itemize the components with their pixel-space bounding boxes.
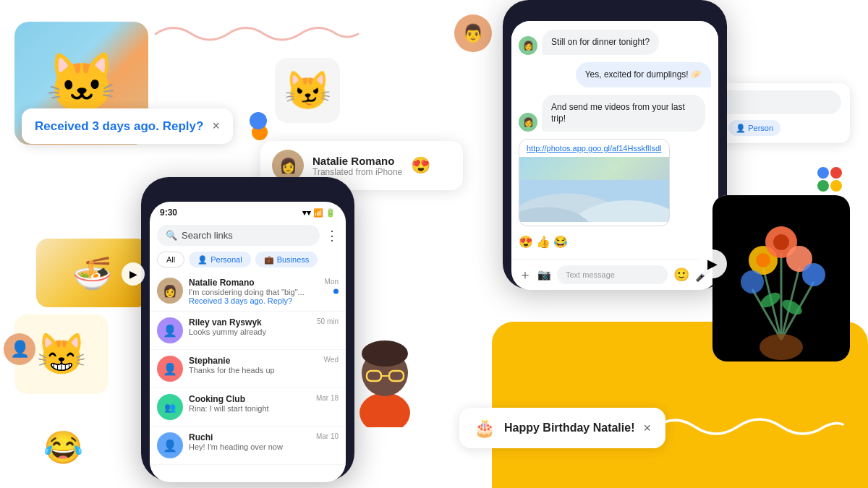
svg-point-15 [756,253,770,267]
briefcase-icon: 💼 [264,255,274,265]
laughing-emoji: 😂 [43,429,83,466]
contact-item-ruchi[interactable]: 👤 Ruchi Hey! I'm heading over now Mar 10 [150,427,346,465]
search-bar-text: Search links [182,230,233,241]
link-title: New video by Danielle Holmes [519,222,669,226]
contact-name-riley: Riley van Ryswyk [189,317,311,328]
svg-point-19 [802,263,825,286]
wifi-icon: ▾▾ [302,208,311,218]
top-squiggle [152,18,369,47]
center-phone-mockup: 9:30 ▾▾ 📶 🔋 🔍 Search links ⋮ All [141,177,354,481]
contact-info-cooking-club: Cooking Club Rina: I will start tonight [189,394,310,413]
contact-list: 👩 Natalie Romano I'm considering doing t… [150,272,346,482]
contact-item-cooking-club[interactable]: 👥 Cooking Club Rina: I will start tonigh… [150,388,346,427]
blue-circle-decoration [250,112,267,129]
contact-preview-riley: Looks yummy already [189,328,311,336]
svg-point-6 [817,180,829,192]
svg-point-17 [773,234,789,250]
filter-tabs: All 👤 Personal 💼 Business [150,249,346,272]
search-bar-container: 🔍 Search links ⋮ [150,221,346,249]
contact-time-cooking-club: Mar 18 [316,394,339,402]
contact-name-natalie: Natalie Romano [189,278,319,288]
msg-row-1: 👩 Still on for dinner tonight? [519,30,711,55]
status-time: 9:30 [160,207,177,218]
small-avatar-bottom-left: 👤 [4,333,35,365]
unread-dot-natalie [333,289,339,294]
contact-preview-natalie: I'm considering doing that "big"... [189,288,319,296]
contact-time-ruchi: Mar 10 [316,432,339,440]
google-logo [817,166,843,198]
msg-bubble-outgoing-1: Yes, excited for dumplings! 🥟 [576,62,711,87]
message-list: 👩 Still on for dinner tonight? Yes, exci… [511,21,718,259]
center-person-avatar [351,333,420,430]
more-options-icon[interactable]: ⋮ [326,228,339,244]
contact-item-stephanie[interactable]: 👤 Stephanie Thanks for the heads up Wed [150,350,346,388]
video-play-button[interactable]: ▶ [698,249,727,278]
msg-avatar-2: 👩 [519,113,537,132]
contact-avatar-ruchi: 👤 [157,432,183,458]
msg-avatar-1: 👩 [519,36,537,55]
reply-bubble[interactable]: Received 3 days ago. Reply? × [22,108,233,144]
contact-preview-cooking-club: Rina: I will start tonight [189,404,310,413]
svg-point-24 [359,393,410,427]
svg-point-20 [741,270,764,294]
person-filter-icon: 👤 [736,124,746,133]
add-attachment-icon[interactable]: ＋ [519,266,532,283]
link-image [519,157,669,222]
reaction-thumbs-up[interactable]: 👍 [536,235,550,249]
messages-phone-notch [611,10,618,17]
msg-row-2: 👩 And send me videos from your last trip… [519,95,711,132]
link-url: http://photos.app.goo.gl/af14HsskflIsdl [519,140,669,157]
msg-bubble-incoming-1: Still on for dinner tonight? [542,30,659,55]
phone-notch [244,189,252,197]
birthday-close-button[interactable]: × [643,421,651,436]
contact-info-ruchi: Ruchi Hey! I'm heading over now [189,432,310,451]
contact-avatar-riley: 👤 [157,317,183,343]
message-input-bar: ＋ 📷 Text message 🙂 🎤 [511,259,718,290]
contact-item-natalie[interactable]: 👩 Natalie Romano I'm considering doing t… [150,272,346,312]
birthday-cake-emoji: 🎂 [474,418,495,438]
signal-icon: 📶 [313,208,323,218]
reply-bubble-text: Received 3 days ago. Reply? [35,119,203,134]
flower-bouquet-image [712,195,850,361]
contact-avatar-cooking-club: 👥 [157,394,183,420]
contact-time-stephanie: Wed [324,356,339,364]
birthday-card[interactable]: 🎂 Happy Birthday Natalie! × [459,408,665,448]
svg-point-23 [760,334,803,360]
status-icons: ▾▾ 📶 🔋 [302,208,336,218]
natalie-subtitle: Translated from iPhone [312,167,402,177]
svg-point-5 [830,167,842,179]
top-center-avatar: 👨 [454,14,492,52]
contact-preview-stephanie: Thanks for the heads up [189,366,318,374]
emoji-icon[interactable]: 🙂 [673,267,689,283]
status-bar: 9:30 ▾▾ 📶 🔋 [150,202,346,221]
messages-screen: 👩 Still on for dinner tonight? Yes, exci… [511,21,718,290]
food-play-button[interactable]: ▶ [122,262,145,286]
contact-item-riley[interactable]: 👤 Riley van Ryswyk Looks yummy already 5… [150,312,346,350]
natalie-info: Natalie Romano Translated from iPhone [312,155,402,177]
link-image-svg [519,179,669,222]
contact-avatar-natalie: 👩 [157,278,183,304]
svg-point-7 [830,180,842,192]
reaction-laughing[interactable]: 😂 [553,235,568,249]
search-tab-person[interactable]: 👤 Person [728,120,780,136]
reaction-heart-eyes[interactable]: 😍 [519,235,533,249]
filter-tab-personal[interactable]: 👤 Personal [189,252,250,267]
battery-icon: 🔋 [326,208,336,218]
search-bar[interactable]: 🔍 Search links [157,225,320,246]
contact-info-riley: Riley van Ryswyk Looks yummy already [189,317,311,336]
contact-name-stephanie: Stephanie [189,356,318,366]
phone-screen: 9:30 ▾▾ 📶 🔋 🔍 Search links ⋮ All [150,202,346,482]
message-reactions: 😍 👍 😂 [519,234,711,250]
message-text-input[interactable]: Text message [557,265,668,284]
msg-bubble-incoming-2: And send me videos from your last trip! [542,95,705,132]
filter-tab-business[interactable]: 💼 Business [255,252,318,267]
yellow-squiggle [644,408,846,445]
link-preview-card[interactable]: http://photos.app.goo.gl/af14HsskflIsdl … [519,139,670,226]
birthday-text: Happy Birthday Natalie! [504,421,634,435]
filter-tab-all[interactable]: All [157,252,184,267]
reply-close-button[interactable]: × [212,119,220,134]
contact-time-riley: 50 min [317,317,339,325]
cat-hat-decoration: 😼 [275,58,340,123]
svg-point-29 [362,341,408,367]
camera-icon[interactable]: 📷 [537,268,551,281]
